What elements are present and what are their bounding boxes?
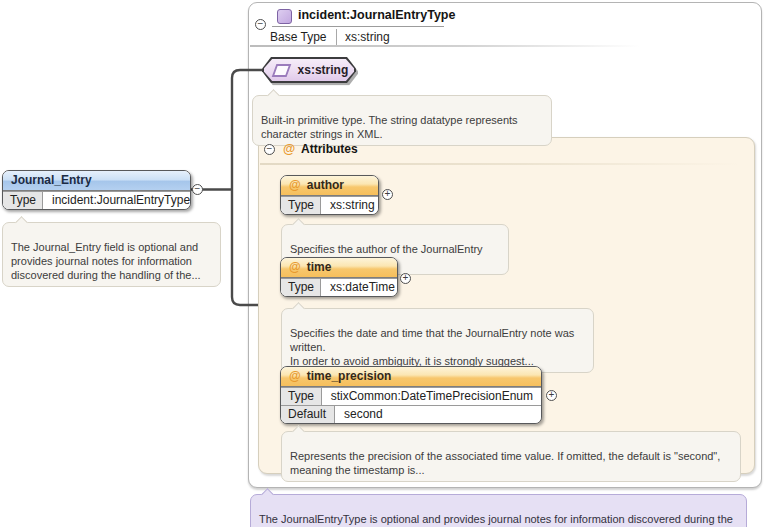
attributes-collapse-toggle[interactable]: − xyxy=(264,144,275,155)
tooltip-pointer xyxy=(15,216,28,229)
attribute-header: @time xyxy=(281,258,397,278)
attribute-type-row: Type stixCommon:DateTimePrecisionEnum xyxy=(281,387,541,405)
time-precision-doc-text: Represents the precision of the associat… xyxy=(290,450,720,476)
collapse-glyph: − xyxy=(195,183,201,194)
attributes-divider xyxy=(260,163,740,165)
base-type-value: xs:string xyxy=(345,30,390,44)
element-type-row: Type incident:JournalEntryType xyxy=(3,191,190,209)
time-precision-expand-toggle[interactable]: + xyxy=(546,390,557,401)
base-type-doc-text: Built-in primitive type. The string data… xyxy=(261,114,518,140)
element-type-label: Type xyxy=(3,192,43,209)
complex-type-title: incident:JournalEntryType xyxy=(298,8,455,22)
element-type-value: incident:JournalEntryType xyxy=(43,192,191,209)
at-icon: @ xyxy=(289,178,301,192)
attribute-box-time[interactable]: @time Type xs:dateTime xyxy=(280,257,398,297)
title-underline xyxy=(272,26,444,27)
expand-glyph: + xyxy=(385,188,391,199)
expand-glyph: + xyxy=(403,272,409,283)
attribute-type-row: Type xs:dateTime xyxy=(281,278,397,296)
attributes-title: Attributes xyxy=(301,142,358,156)
attribute-name: time_precision xyxy=(307,369,392,383)
base-type-name: xs:string xyxy=(298,63,349,77)
attr-type-label: Type xyxy=(281,388,322,405)
attribute-type-row: Type xs:string xyxy=(281,196,378,214)
attribute-default-row: Default second xyxy=(281,405,541,423)
simple-type-icon xyxy=(271,64,291,77)
attr-default-value: second xyxy=(335,406,391,423)
time-expand-toggle[interactable]: + xyxy=(400,273,411,284)
attr-type-value: xs:dateTime xyxy=(321,279,398,296)
type-collapse-toggle[interactable]: − xyxy=(255,19,266,30)
author-expand-toggle[interactable]: + xyxy=(382,189,393,200)
attribute-header: @author xyxy=(281,176,378,196)
base-type-doc-tooltip: Built-in primitive type. The string data… xyxy=(252,95,552,146)
attr-default-label: Default xyxy=(281,406,335,423)
base-type-shape[interactable]: xs:string xyxy=(262,57,356,83)
element-collapse-toggle[interactable]: − xyxy=(192,184,203,195)
type-doc-tooltip: The JournalEntryType is optional and pro… xyxy=(250,494,747,527)
element-box-journal-entry[interactable]: Journal_Entry Type incident:JournalEntry… xyxy=(2,170,191,210)
base-type-separator xyxy=(336,29,337,45)
tooltip-pointer xyxy=(261,488,274,501)
element-doc-tooltip: The Journal_Entry field is optional and … xyxy=(2,222,221,287)
schema-diagram: Journal_Entry Type incident:JournalEntry… xyxy=(0,0,764,527)
collapse-glyph: − xyxy=(267,143,273,154)
element-doc-text: The Journal_Entry field is optional and … xyxy=(11,241,201,281)
expand-glyph: + xyxy=(549,389,555,400)
at-icon: @ xyxy=(289,260,301,274)
attributes-at-icon: @ xyxy=(283,142,295,156)
base-type-label: Base Type xyxy=(270,30,326,44)
attr-type-value: xs:string xyxy=(321,197,379,214)
collapse-glyph: − xyxy=(258,18,264,29)
attr-type-label: Type xyxy=(281,279,321,296)
complex-type-icon xyxy=(277,9,292,24)
attribute-box-time-precision[interactable]: @time_precision Type stixCommon:DateTime… xyxy=(280,366,542,424)
time-precision-doc-tooltip: Represents the precision of the associat… xyxy=(281,431,741,482)
attr-type-label: Type xyxy=(281,197,321,214)
time-doc-text: Specifies the date and time that the Jou… xyxy=(290,327,574,367)
attribute-header: @time_precision xyxy=(281,367,541,387)
attribute-name: time xyxy=(307,260,332,274)
element-name: Journal_Entry xyxy=(11,173,92,187)
type-doc-text: The JournalEntryType is optional and pro… xyxy=(259,513,733,527)
attribute-box-author[interactable]: @author Type xs:string xyxy=(280,175,379,215)
attribute-name: author xyxy=(307,178,344,192)
header-divider xyxy=(250,45,640,47)
attr-type-value: stixCommon:DateTimePrecisionEnum xyxy=(322,388,541,405)
time-doc-tooltip: Specifies the date and time that the Jou… xyxy=(281,308,594,373)
element-header: Journal_Entry xyxy=(3,171,190,191)
at-icon: @ xyxy=(289,369,301,383)
shape-fill: xs:string xyxy=(264,59,355,82)
